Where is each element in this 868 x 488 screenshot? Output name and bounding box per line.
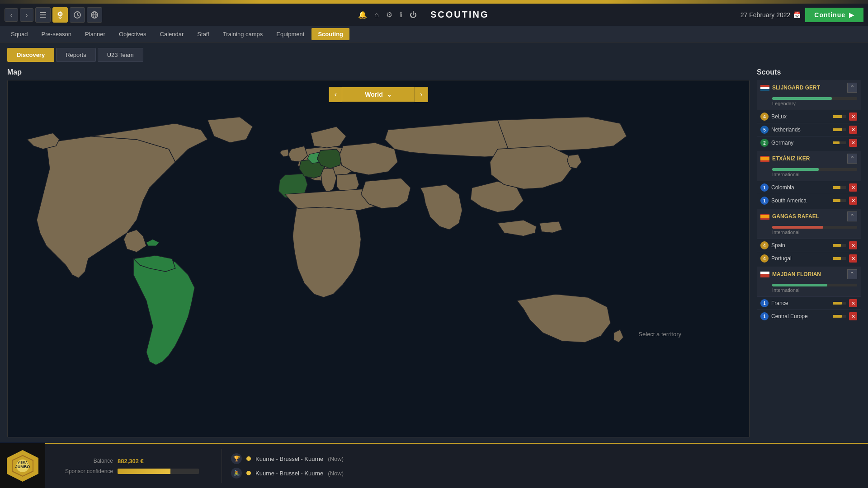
tab-squad[interactable]: Squad [5,28,34,40]
map-container[interactable]: ‹ World ⌄ › [7,80,750,437]
scout-skill-fill-etxaniz [772,168,819,171]
scout-bar-portugal [833,257,846,260]
svg-point-4 [60,13,61,14]
scout-region-portugal: Portugal [771,255,830,262]
calendar-icon[interactable]: 📅 [793,11,801,19]
scout-num-5-netherlands: 5 [760,126,769,134]
scout-remove-netherlands[interactable]: ✕ [849,126,857,134]
scout-remove-portugal[interactable]: ✕ [849,254,857,263]
svg-text:VISMA: VISMA [18,461,28,464]
scout-skill-bar-slijngard [772,97,857,100]
scout-remove-spain[interactable]: ✕ [849,241,857,249]
forward-button[interactable]: › [20,8,33,22]
toolbar-nav: ‹ › [0,7,107,23]
continue-button[interactable]: Continue ▶ [805,8,863,22]
scout-collapse-slijngard[interactable]: ⌃ [847,83,857,93]
map-region-chevron-icon: ⌄ [387,91,392,98]
home-icon[interactable]: ⌂ [374,11,379,19]
scout-region-colombia: Colombia [771,184,830,191]
scout-header-etxaniz[interactable]: ETXÁNIZ IKER ⌃ [757,151,861,166]
subtab-u23-team[interactable]: U23 Team [98,48,143,62]
subtab-discovery[interactable]: Discovery [7,48,54,62]
tab-scouting[interactable]: Scouting [311,28,349,40]
subtab-reports[interactable]: Reports [56,48,96,62]
scout-region-netherlands: Netherlands [771,127,830,133]
sponsor-fill [118,469,170,474]
scout-level-majdan: International [772,287,854,293]
tab-staff[interactable]: Staff [191,28,216,40]
scout-remove-belux[interactable]: ✕ [849,113,857,121]
bell-icon[interactable]: 🔔 [358,10,367,19]
squad-icon-btn[interactable] [35,7,51,23]
scout-num-2-germany: 2 [760,139,769,147]
top-decoration-bar [0,0,868,4]
tab-objectives[interactable]: Objectives [113,28,153,40]
scout-num-1-south-america: 1 [760,197,769,205]
map-next-region-button[interactable]: › [415,87,428,102]
scout-num-1-central-europe: 1 [760,312,769,320]
race-event-2: 🚴 Kuurne - Brussel - Kuurne (Now) [231,468,859,479]
flag-es-etxaniz [760,156,769,162]
tab-equipment[interactable]: Equipment [270,28,311,40]
sponsor-row: Sponsor confidence [59,468,199,474]
scout-assignment-belux: 4 BeLux ✕ [757,110,861,123]
scout-header-gangas[interactable]: GANGAS RAFAEL ⌃ [757,209,861,224]
tab-planner[interactable]: Planner [79,28,112,40]
map-region-label: World ⌄ [342,87,415,102]
scout-bar-netherlands [833,128,846,131]
balance-label: Balance [59,458,113,464]
info-icon[interactable]: ℹ [400,10,402,19]
scout-name-gangas: GANGAS RAFAEL [772,213,844,220]
date-text: 27 February 2022 [741,11,791,19]
scout-name-slijngard: SLIJNGARD GERT [772,84,844,91]
toolbar-right: 27 February 2022 📅 Continue ▶ [741,8,868,22]
tab-calendar[interactable]: Calendar [154,28,190,40]
system-icons: 🔔 ⌂ ⚙ ℹ ⏻ [358,10,417,19]
scout-assignment-france: 1 France ✕ [757,296,861,310]
scout-collapse-majdan[interactable]: ⌃ [847,269,857,279]
scout-skill-bar-gangas [772,226,857,229]
balance-row: Balance 882,302 € [59,458,199,465]
scouting-icon-btn[interactable] [52,7,68,23]
clock-icon-btn[interactable] [70,7,85,23]
scout-remove-germany[interactable]: ✕ [849,139,857,147]
scout-bar-germany [833,141,846,144]
race-time-1: (Now) [328,455,344,462]
scout-bar-france [833,302,846,305]
scout-collapse-etxaniz[interactable]: ⌃ [847,154,857,164]
map-region-selector: ‹ World ⌄ › [329,87,428,102]
scout-remove-france[interactable]: ✕ [849,299,857,307]
race-dot-2 [246,471,251,475]
scout-bar-south-america [833,199,846,202]
date-display: 27 February 2022 📅 [741,11,801,19]
scout-remove-colombia[interactable]: ✕ [849,183,857,192]
scout-header-majdan[interactable]: MAJDAN FLORIAN ⌃ [757,267,861,282]
race-dot-1 [246,456,251,461]
scout-remove-south-america[interactable]: ✕ [849,197,857,205]
bottom-bar: JUMBO VISMA Balance 882,302 € Sponsor co… [0,443,868,488]
world-map[interactable] [8,80,749,437]
scout-assignment-netherlands: 5 Netherlands ✕ [757,123,861,136]
gear-icon[interactable]: ⚙ [386,10,392,19]
hexagon-logo: JUMBO VISMA [7,450,38,482]
scout-num-4-portugal: 4 [760,254,769,263]
scout-remove-central-europe[interactable]: ✕ [849,312,857,320]
scout-num-1-france: 1 [760,299,769,307]
tab-training-camps[interactable]: Training camps [217,28,269,40]
scout-bar-spain [833,244,846,247]
scouts-section: Scouts SLIJNGARD GERT ⌃ [757,68,861,437]
scout-level-gangas: International [772,230,854,235]
back-button[interactable]: ‹ [5,8,18,22]
globe-icon-btn[interactable] [87,7,102,23]
power-icon[interactable]: ⏻ [410,11,417,19]
scouts-section-title: Scouts [757,68,861,76]
scout-collapse-gangas[interactable]: ⌃ [847,211,857,221]
map-prev-region-button[interactable]: ‹ [329,87,342,102]
scout-header-slijngard[interactable]: SLIJNGARD GERT ⌃ [757,80,861,95]
tab-preseason[interactable]: Pre-season [35,28,78,40]
sub-tabs: Discovery Reports U23 Team [7,48,861,62]
trophy-icon: 🏆 [231,453,242,464]
content-area: Map ‹ World ⌄ › [7,68,861,437]
scout-assignment-south-america: 1 South America ✕ [757,194,861,207]
scouts-list[interactable]: SLIJNGARD GERT ⌃ Legendary 4 BeLux [757,80,861,437]
